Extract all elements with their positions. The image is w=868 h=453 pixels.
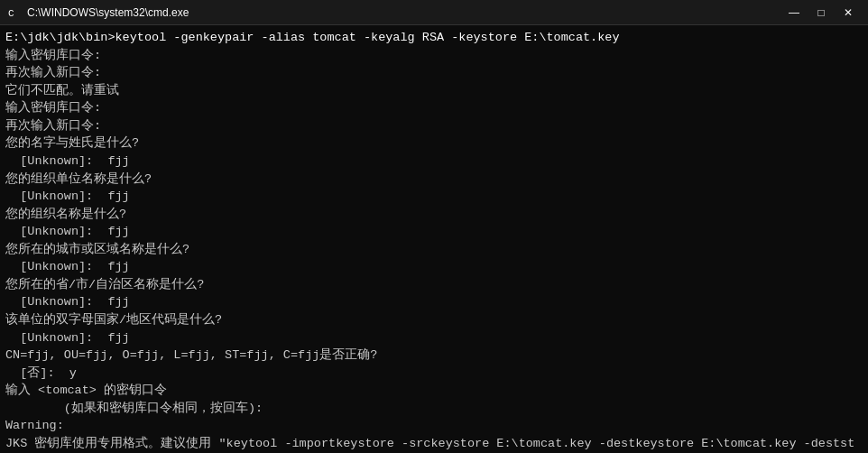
terminal-line-l15: [Unknown]: fjj (5, 293, 863, 311)
terminal-line-l24: Warning: (5, 417, 863, 435)
terminal-line-l17: [Unknown]: fjj (5, 329, 863, 347)
minimize-button[interactable]: — (781, 4, 807, 22)
terminal-line-l22: (如果和密钥库口令相同，按回车): (5, 400, 863, 418)
terminal-line-l13: [Unknown]: fjj (5, 258, 863, 276)
terminal-line-l8: 您的组织单位名称是什么? (5, 171, 863, 189)
terminal-line-l4: 输入密钥库口令: (5, 99, 863, 117)
terminal-line-l19: [否]: y (5, 365, 863, 383)
terminal-line-l7: [Unknown]: fjj (5, 153, 863, 171)
title-bar-left: C C:\WINDOWS\system32\cmd.exe (7, 5, 189, 20)
terminal-line-l25: JKS 密钥库使用专用格式。建议使用 "keytool -importkeyst… (5, 435, 863, 453)
terminal-line-cmd: E:\jdk\jdk\bin>keytool -genkeypair -alia… (5, 29, 863, 47)
svg-text:C: C (8, 8, 14, 19)
terminal-line-l11: [Unknown]: fjj (5, 223, 863, 241)
maximize-button[interactable]: □ (808, 4, 834, 22)
title-bar: C C:\WINDOWS\system32\cmd.exe — □ ✕ (0, 0, 868, 25)
terminal-line-l2: 再次输入新口令: (5, 64, 863, 82)
terminal-line-l14: 您所在的省/市/自治区名称是什么? (5, 276, 863, 294)
terminal-output[interactable]: E:\jdk\jdk\bin>keytool -genkeypair -alia… (0, 25, 868, 453)
window-controls: — □ ✕ (781, 4, 861, 22)
window-title: C:\WINDOWS\system32\cmd.exe (27, 6, 189, 19)
terminal-line-l18: CN=fjj, OU=fjj, O=fjj, L=fjj, ST=fjj, C=… (5, 347, 863, 365)
cmd-window: C C:\WINDOWS\system32\cmd.exe — □ ✕ E:\j… (0, 0, 868, 453)
terminal-line-l16: 该单位的双字母国家/地区代码是什么? (5, 311, 863, 329)
terminal-line-l1: 输入密钥库口令: (5, 47, 863, 65)
terminal-line-l9: [Unknown]: fjj (5, 188, 863, 206)
terminal-line-l10: 您的组织名称是什么? (5, 206, 863, 224)
close-button[interactable]: ✕ (836, 4, 861, 22)
terminal-line-l3: 它们不匹配。请重试 (5, 82, 863, 100)
terminal-line-l21: 输入 <tomcat> 的密钥口令 (5, 382, 863, 400)
terminal-line-l5: 再次输入新口令: (5, 117, 863, 135)
terminal-line-l12: 您所在的城市或区域名称是什么? (5, 241, 863, 259)
terminal-line-l6: 您的名字与姓氏是什么? (5, 134, 863, 153)
cmd-icon: C (7, 5, 22, 20)
